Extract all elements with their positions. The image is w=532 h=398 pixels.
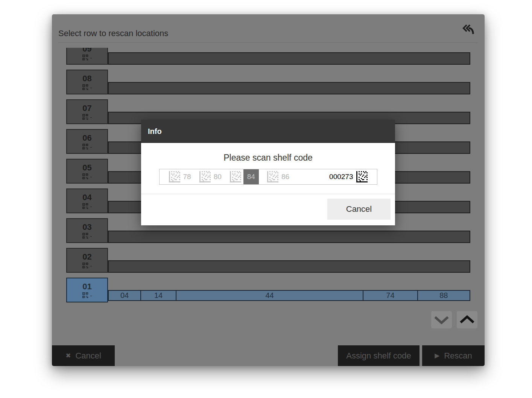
row-shelf-code: - [90,114,92,120]
row-locations-bar[interactable] [108,260,470,273]
row-shelf-code: - [90,55,92,61]
shelf-row-01-selected[interactable]: 01 - 04 14 44 74 88 [66,278,470,302]
shelf-code-value: 80 [214,173,222,181]
row-label-06[interactable]: 06 - [66,129,108,154]
row-label-01[interactable]: 01 - [66,278,108,302]
qr-code-icon [82,233,88,239]
shelf-code-option: 80 [199,169,222,184]
back-button[interactable] [460,21,477,38]
row-label-07[interactable]: 07 - [66,99,108,124]
shelf-code-option: 86 [267,169,289,184]
qr-code-icon [82,203,88,209]
row-locations-bar[interactable] [108,52,470,65]
play-icon: ▶ [435,352,439,360]
shelf-row-08[interactable]: 08 - [66,70,470,94]
cancel-button[interactable]: ✖ Cancel [52,345,115,366]
dialog-header: Info [141,120,395,143]
shelf-code-option-selected: 84 [230,169,259,184]
shelf-code-option: 78 [169,169,191,184]
row-number: 07 [82,103,91,113]
qr-code-icon [82,55,88,61]
shelf-code-value: 86 [281,173,289,181]
qr-code-icon [82,292,88,298]
dialog-footer: Cancel [141,194,395,220]
row-shelf-code: - [90,233,92,239]
cancel-button-label: Cancel [75,351,101,361]
row-number: 09 [82,48,91,54]
location-segment[interactable]: 74 [363,290,418,301]
row-number: 03 [82,222,91,232]
datamatrix-icon [169,171,180,182]
app-background: Select row to rescan locations 09 - [0,0,532,398]
datamatrix-icon [267,171,278,182]
row-locations-bar[interactable] [108,82,470,94]
location-segment[interactable]: 44 [176,290,363,301]
row-locations-bar[interactable] [108,231,470,243]
qr-code-icon [82,263,88,269]
page-title: Select row to rescan locations [58,29,168,38]
datamatrix-icon [230,171,241,182]
dialog-message: Please scan shelf code [223,153,313,163]
assign-shelf-code-button[interactable]: Assign shelf code [338,345,420,366]
strip-spacer [298,169,329,184]
row-label-04[interactable]: 04 - [66,188,108,213]
assign-button-label: Assign shelf code [346,351,411,361]
shelf-code-value: 78 [183,173,191,181]
row-label-03[interactable]: 03 - [66,218,108,243]
shelf-row-09[interactable]: 09 - [66,48,470,65]
row-label-02[interactable]: 02 - [66,248,108,273]
row-shelf-code: - [90,173,92,180]
row-label-09[interactable]: 09 - [66,48,108,65]
scroll-up-button[interactable] [457,311,477,328]
reply-all-icon [462,22,475,36]
row-label-08[interactable]: 08 - [66,70,108,94]
qr-code-icon [82,173,88,179]
row-shelf-code: - [90,144,92,150]
row-number: 01 [82,282,91,292]
row-number: 04 [82,193,91,202]
dialog-title: Info [148,127,162,136]
row-label-05[interactable]: 05 - [66,159,108,184]
row-locations-bar: 04 14 44 74 88 [108,290,470,301]
header-divider [58,43,478,43]
footer-bar: ✖ Cancel Assign shelf code ▶ Rescan [52,345,485,366]
row-number: 05 [82,163,91,173]
datamatrix-icon [199,171,211,182]
datamatrix-icon [356,171,368,182]
rescan-button-label: Rescan [444,351,472,361]
chevron-down-icon [433,314,450,325]
location-segment[interactable]: 88 [417,290,470,301]
shelf-code-value: 84 [243,169,259,184]
info-dialog: Info Please scan shelf code 78 80 84 [141,120,395,225]
location-segment[interactable]: 14 [140,290,176,301]
scanned-code-value: 000273 [329,173,353,181]
scanned-shelf-code: 000273 [329,169,367,184]
rescan-button[interactable]: ▶ Rescan [422,345,485,366]
location-segment[interactable]: 04 [108,290,141,301]
dialog-body: Please scan shelf code 78 80 84 86 [141,143,395,225]
scroll-down-button[interactable] [431,311,452,328]
row-shelf-code: - [90,84,92,91]
chevron-up-icon [459,314,475,325]
row-number: 06 [82,133,91,143]
x-icon: ✖ [65,352,71,360]
qr-code-icon [82,144,88,150]
dialog-cancel-button[interactable]: Cancel [327,199,391,220]
row-number: 02 [82,252,91,262]
shelf-code-strip: 78 80 84 86 000273 [159,169,377,185]
qr-code-icon [82,84,88,90]
row-shelf-code: - [90,292,92,299]
row-number: 08 [82,74,91,84]
shelf-row-02[interactable]: 02 - [66,248,470,273]
qr-code-icon [82,114,88,120]
row-shelf-code: - [90,203,92,210]
row-shelf-code: - [90,263,92,269]
